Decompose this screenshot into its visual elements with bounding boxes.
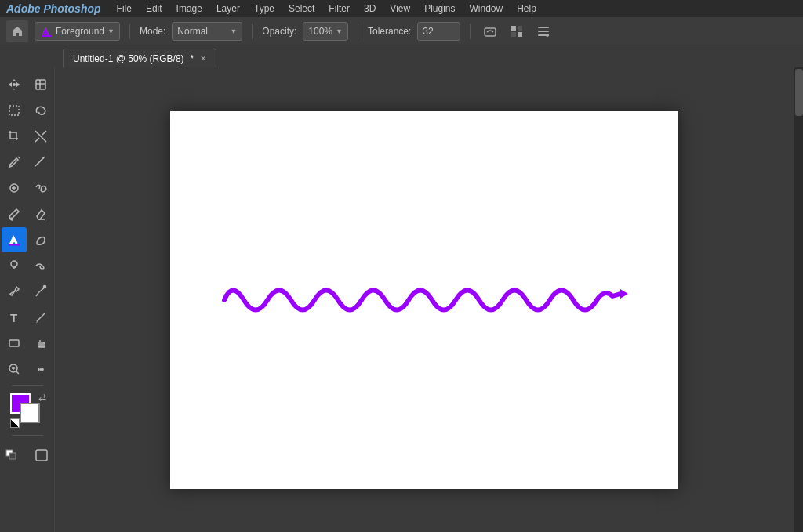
wave-drawing bbox=[220, 269, 628, 331]
toolbar-divider bbox=[12, 385, 43, 386]
pen-tool[interactable] bbox=[2, 279, 27, 304]
svg-rect-6 bbox=[538, 27, 549, 28]
menu-layer[interactable]: Layer bbox=[210, 2, 246, 16]
reset-colors-button[interactable] bbox=[10, 418, 20, 428]
blur-tool[interactable] bbox=[28, 227, 53, 252]
tolerance-label: Tolerance: bbox=[368, 26, 411, 37]
svg-rect-5 bbox=[518, 32, 522, 37]
hand-tool[interactable] bbox=[28, 331, 53, 356]
main-content: T ••• ⇄ bbox=[0, 67, 803, 532]
sample-all-layers-button[interactable] bbox=[533, 21, 554, 42]
tool-group-gradient bbox=[2, 227, 53, 252]
svg-rect-1 bbox=[485, 28, 496, 36]
scrollbar-thumb[interactable] bbox=[795, 69, 803, 116]
fill-tool-chevron: ▼ bbox=[107, 27, 114, 35]
extra-tools[interactable]: ••• bbox=[28, 356, 53, 382]
tool-group-move bbox=[2, 72, 53, 97]
document-tab[interactable]: Untitled-1 @ 50% (RGB/8) * ✕ bbox=[63, 49, 216, 67]
canvas-area bbox=[55, 67, 794, 532]
mode-dropdown[interactable]: Normal ▼ bbox=[172, 22, 242, 41]
menu-file[interactable]: File bbox=[111, 2, 138, 16]
tool-group-zoom: ••• bbox=[2, 356, 53, 382]
menu-filter[interactable]: Filter bbox=[322, 2, 356, 16]
rectangular-marquee-tool[interactable] bbox=[2, 98, 27, 123]
move-tool[interactable] bbox=[2, 72, 27, 97]
dodge-tool[interactable] bbox=[2, 253, 27, 278]
svg-rect-11 bbox=[36, 80, 45, 89]
tab-modified-indicator: * bbox=[191, 53, 194, 64]
zoom-tool[interactable] bbox=[2, 356, 27, 382]
menu-type[interactable]: Type bbox=[248, 2, 281, 16]
divider-2 bbox=[252, 24, 253, 39]
brush-tool[interactable] bbox=[2, 201, 27, 226]
svg-rect-7 bbox=[538, 31, 549, 32]
slice-tool[interactable] bbox=[28, 124, 53, 149]
opacity-chevron: ▼ bbox=[336, 27, 343, 35]
freeform-pen-tool[interactable] bbox=[28, 279, 53, 304]
svg-rect-3 bbox=[518, 26, 522, 31]
mode-value: Normal bbox=[177, 26, 208, 37]
tolerance-value[interactable]: 32 bbox=[417, 22, 460, 41]
opacity-value[interactable]: 100% ▼ bbox=[303, 22, 348, 41]
ruler-tool[interactable] bbox=[28, 150, 53, 175]
svg-point-15 bbox=[11, 261, 17, 267]
divider-3 bbox=[358, 24, 358, 39]
menu-help[interactable]: Help bbox=[511, 2, 543, 16]
clone-stamp-tool[interactable] bbox=[28, 176, 53, 201]
app-logo: Adobe Photoshop bbox=[3, 2, 104, 15]
tool-group-eyedropper bbox=[2, 150, 53, 175]
tab-title: Untitled-1 @ 50% (RGB/8) bbox=[73, 53, 184, 64]
svg-rect-12 bbox=[9, 106, 19, 115]
divider-1 bbox=[129, 24, 130, 39]
toolbar-divider-2 bbox=[12, 435, 43, 436]
rectangle-tool[interactable] bbox=[2, 331, 27, 356]
mode-chevron: ▼ bbox=[230, 27, 237, 35]
spot-healing-tool[interactable] bbox=[2, 176, 27, 201]
tool-group-type: T bbox=[2, 305, 53, 330]
type-tool[interactable]: T bbox=[2, 305, 27, 330]
svg-point-9 bbox=[546, 34, 549, 37]
gradient-tool[interactable] bbox=[2, 227, 27, 252]
svg-rect-14 bbox=[9, 244, 20, 246]
smudge-tool[interactable] bbox=[28, 253, 53, 278]
anti-alias-button[interactable] bbox=[480, 21, 500, 42]
divider-4 bbox=[470, 24, 471, 39]
menu-image[interactable]: Image bbox=[170, 2, 209, 16]
svg-point-10 bbox=[13, 83, 16, 86]
screen-mode-button[interactable] bbox=[29, 443, 54, 468]
tool-group-dodge bbox=[2, 253, 53, 278]
menu-plugins[interactable]: Plugins bbox=[418, 2, 461, 16]
menu-view[interactable]: View bbox=[383, 2, 416, 16]
fill-tool-dropdown[interactable]: Foreground ▼ bbox=[35, 22, 120, 41]
tool-group-select bbox=[2, 98, 53, 123]
lasso-tool[interactable] bbox=[28, 98, 53, 123]
menu-3d[interactable]: 3D bbox=[358, 2, 382, 16]
menu-edit[interactable]: Edit bbox=[140, 2, 169, 16]
eyedropper-tool[interactable] bbox=[2, 150, 27, 175]
home-button[interactable] bbox=[6, 20, 28, 42]
tool-group-brush bbox=[2, 201, 53, 226]
tool-group-crop bbox=[2, 124, 53, 149]
canvas[interactable] bbox=[170, 111, 678, 489]
eraser-tool[interactable] bbox=[28, 201, 53, 226]
menu-select[interactable]: Select bbox=[282, 2, 321, 16]
artboard-tool[interactable] bbox=[28, 72, 53, 97]
path-selection-tool[interactable] bbox=[28, 305, 53, 330]
toolbar: T ••• ⇄ bbox=[0, 67, 55, 532]
mode-label: Mode: bbox=[140, 26, 165, 37]
quick-mask-button[interactable] bbox=[1, 443, 26, 468]
background-color[interactable] bbox=[20, 403, 40, 423]
svg-rect-20 bbox=[9, 453, 16, 459]
vertical-scrollbar[interactable] bbox=[794, 67, 803, 532]
menu-window[interactable]: Window bbox=[463, 2, 510, 16]
swap-colors-button[interactable]: ⇄ bbox=[38, 392, 46, 403]
crop-tool[interactable] bbox=[2, 124, 27, 149]
svg-point-16 bbox=[43, 286, 45, 288]
svg-marker-22 bbox=[620, 289, 628, 299]
options-bar: Foreground ▼ Mode: Normal ▼ Opacity: 100… bbox=[0, 17, 803, 45]
contiguous-button[interactable] bbox=[507, 21, 527, 42]
tab-bar: Untitled-1 @ 50% (RGB/8) * ✕ bbox=[0, 45, 803, 67]
opacity-label: Opacity: bbox=[262, 26, 296, 37]
tab-close-button[interactable]: ✕ bbox=[200, 54, 206, 63]
svg-rect-2 bbox=[511, 26, 516, 31]
